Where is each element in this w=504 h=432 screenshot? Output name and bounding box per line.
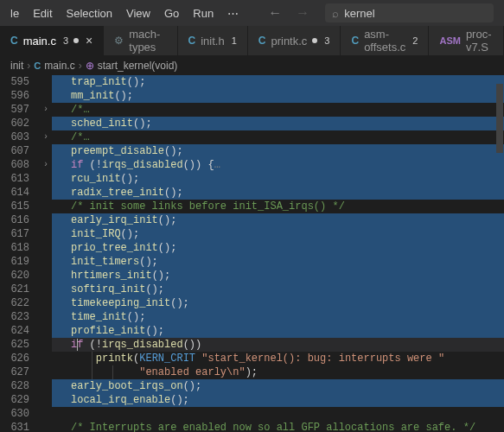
c-file-icon: C bbox=[10, 35, 18, 47]
line-number[interactable]: 621 bbox=[0, 283, 40, 296]
c-file-icon: C bbox=[351, 35, 359, 47]
search-icon: ⌕ bbox=[332, 7, 339, 20]
menu-run[interactable]: Run bbox=[186, 3, 220, 23]
fold-chevron-icon[interactable]: › bbox=[40, 130, 52, 144]
line-number[interactable]: 620 bbox=[0, 269, 40, 283]
line-number[interactable]: 630 bbox=[0, 407, 40, 421]
menu-more-icon[interactable]: ⋯ bbox=[220, 3, 246, 23]
code-line[interactable]: if (!irqs_disabled()) {… bbox=[52, 158, 504, 172]
nav-back-icon[interactable]: ← bbox=[263, 3, 287, 22]
line-number[interactable]: 619 bbox=[0, 255, 40, 269]
code-line[interactable]: preempt_disable(); bbox=[52, 144, 504, 158]
menu-edit[interactable]: Edit bbox=[26, 3, 59, 23]
menu-selection[interactable]: Selection bbox=[60, 3, 119, 23]
fold-chevron-icon[interactable]: › bbox=[40, 158, 52, 172]
code-line[interactable]: time_init(); bbox=[52, 310, 504, 324]
code-line[interactable]: /*… bbox=[52, 103, 504, 117]
editor[interactable]: 595 596 597 602 603 607 608 613 614 615 … bbox=[0, 75, 504, 432]
line-number[interactable]: 613 bbox=[0, 172, 40, 186]
search-input[interactable]: kernel bbox=[344, 7, 374, 20]
fold-chevron-icon[interactable]: › bbox=[40, 103, 52, 117]
line-number[interactable]: 628 bbox=[0, 379, 40, 393]
code-line[interactable]: early_irq_init(); bbox=[52, 213, 504, 227]
tab-badge: 1 bbox=[232, 35, 237, 46]
code-line[interactable]: prio_tree_init(); bbox=[52, 241, 504, 255]
line-number[interactable]: 614 bbox=[0, 186, 40, 200]
c-file-icon: C bbox=[188, 35, 196, 47]
code-line[interactable]: radix_tree_init(); bbox=[52, 186, 504, 200]
line-number[interactable]: 618 bbox=[0, 241, 40, 255]
tab-badge: 3 bbox=[324, 35, 329, 46]
code-line[interactable]: timekeeping_init(); bbox=[52, 296, 504, 310]
code-line[interactable]: /*… bbox=[52, 130, 504, 144]
tab-label: proc-v7.S bbox=[466, 28, 493, 54]
line-number[interactable]: 596 bbox=[0, 89, 40, 103]
line-number[interactable]: 607 bbox=[0, 144, 40, 158]
menu-file[interactable]: le bbox=[3, 3, 26, 23]
line-number[interactable]: 608 bbox=[0, 158, 40, 172]
code-line[interactable]: profile_init(); bbox=[52, 324, 504, 338]
tab-init-h[interactable]: C init.h 1 bbox=[178, 26, 248, 55]
gear-icon: ⚙ bbox=[114, 35, 124, 47]
menu-view[interactable]: View bbox=[119, 3, 157, 23]
close-icon[interactable]: × bbox=[86, 35, 93, 47]
code-line[interactable]: local_irq_enable(); bbox=[52, 393, 504, 407]
tab-mach-types[interactable]: ⚙ mach-types bbox=[104, 26, 177, 55]
breadcrumb-symbol[interactable]: start_kernel(void) bbox=[98, 60, 178, 72]
nav-forward-icon[interactable]: → bbox=[290, 3, 315, 22]
line-number[interactable]: 616 bbox=[0, 213, 40, 227]
line-number[interactable]: 595 bbox=[0, 75, 40, 89]
line-number[interactable]: 625 bbox=[0, 338, 40, 352]
c-file-icon: C bbox=[258, 35, 266, 47]
code-line[interactable]: "enabled early\n"); bbox=[52, 365, 504, 379]
code-line[interactable]: /* init some links before init_ISA_irqs(… bbox=[52, 200, 504, 213]
code-line[interactable]: trap_init(); bbox=[52, 75, 504, 89]
line-number[interactable]: 617 bbox=[0, 227, 40, 241]
code-line[interactable]: hrtimers_init(); bbox=[52, 269, 504, 283]
line-number[interactable]: 623 bbox=[0, 310, 40, 324]
line-number[interactable]: 629 bbox=[0, 393, 40, 407]
code-line[interactable]: init_timers(); bbox=[52, 255, 504, 269]
line-number[interactable]: 631 bbox=[0, 421, 40, 432]
line-number[interactable]: 624 bbox=[0, 324, 40, 338]
code-line[interactable]: if (!irqs_disabled()) bbox=[52, 338, 504, 352]
code-line[interactable] bbox=[52, 407, 504, 421]
tab-label: mach-types bbox=[129, 28, 166, 54]
tab-label: main.c bbox=[23, 35, 56, 48]
nav-arrows: ← → bbox=[263, 3, 315, 22]
line-number[interactable]: 627 bbox=[0, 365, 40, 379]
code-line[interactable]: /* Interrupts are enabled now so all GFP… bbox=[52, 421, 504, 432]
tab-main-c[interactable]: C main.c 3 × bbox=[0, 26, 104, 55]
tab-asm-offsets-c[interactable]: C asm-offsets.c 2 bbox=[341, 26, 429, 55]
breadcrumb[interactable]: init › C main.c › ⊕ start_kernel(void) bbox=[0, 56, 504, 75]
dirty-indicator-icon bbox=[73, 38, 79, 43]
tab-label: asm-offsets.c bbox=[364, 28, 405, 54]
line-number[interactable]: 603 bbox=[0, 130, 40, 144]
line-number-gutter: 595 596 597 602 603 607 608 613 614 615 … bbox=[0, 75, 40, 432]
c-file-icon: C bbox=[34, 60, 41, 71]
scrollbar[interactable] bbox=[495, 75, 504, 432]
function-icon: ⊕ bbox=[86, 60, 94, 72]
scrollbar-thumb[interactable] bbox=[496, 84, 503, 153]
code-area[interactable]: trap_init(); mm_init(); /*… sched_init()… bbox=[52, 75, 504, 432]
line-number[interactable]: 602 bbox=[0, 117, 40, 130]
line-number[interactable]: 626 bbox=[0, 352, 40, 365]
line-number[interactable]: 597 bbox=[0, 103, 40, 117]
breadcrumb-file[interactable]: main.c bbox=[44, 60, 74, 72]
code-line[interactable]: rcu_init(); bbox=[52, 172, 504, 186]
breadcrumb-root[interactable]: init bbox=[10, 60, 23, 72]
line-number[interactable]: 622 bbox=[0, 296, 40, 310]
code-line[interactable]: early_boot_irqs_on(); bbox=[52, 379, 504, 393]
code-line[interactable]: printk(KERN_CRIT "start_kernel(): bug: i… bbox=[52, 352, 504, 365]
asm-file-icon: ASM bbox=[439, 35, 460, 46]
tab-badge: 2 bbox=[412, 35, 418, 46]
code-line[interactable]: softirq_init(); bbox=[52, 283, 504, 296]
line-number[interactable]: 615 bbox=[0, 200, 40, 213]
code-line[interactable]: init_IRQ(); bbox=[52, 227, 504, 241]
menu-go[interactable]: Go bbox=[157, 3, 186, 23]
tab-proc-v7-s[interactable]: ASM proc-v7.S bbox=[429, 26, 504, 55]
code-line[interactable]: sched_init(); bbox=[52, 117, 504, 130]
search-box[interactable]: ⌕ kernel bbox=[325, 3, 494, 22]
code-line[interactable]: mm_init(); bbox=[52, 89, 504, 103]
tab-printk-c[interactable]: C printk.c 3 bbox=[248, 26, 341, 55]
